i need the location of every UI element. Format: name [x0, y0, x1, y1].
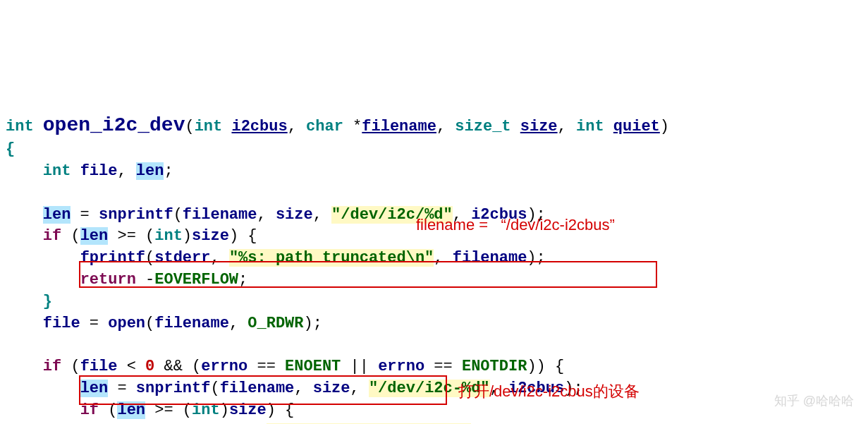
watermark: 知乎 @哈哈哈: [774, 392, 854, 410]
var-len-decl: len: [136, 162, 164, 180]
brace-open: {: [6, 140, 15, 158]
function-name: open_i2c_dev: [43, 114, 185, 136]
code-block: int open_i2c_dev(int i2cbus, char *filen…: [6, 90, 862, 424]
annotation-open-device: 打开/dev/i2c-i2cbus的设备: [458, 381, 640, 403]
param-i2cbus: i2cbus: [231, 118, 287, 135]
annotation-filename: filename = “/dev/i2c-i2cbus”: [416, 214, 615, 236]
return-type: int: [6, 118, 34, 135]
param-filename: filename: [362, 118, 436, 135]
param-size: size: [520, 118, 558, 135]
param-quiet: quiet: [613, 118, 660, 135]
var-len: len: [43, 206, 71, 224]
